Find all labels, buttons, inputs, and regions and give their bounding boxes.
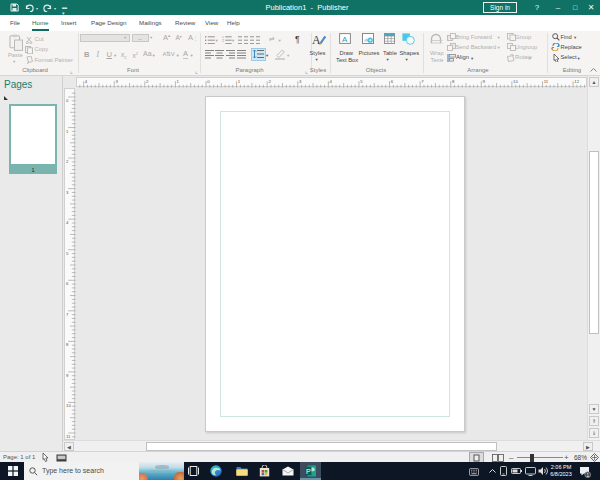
- svg-text:P: P: [306, 468, 311, 475]
- svg-text:3: 3: [115, 79, 118, 84]
- svg-text:5: 5: [66, 251, 69, 256]
- svg-text:12: 12: [574, 79, 579, 84]
- svg-text:3: 3: [66, 190, 69, 195]
- svg-text:1: 1: [66, 129, 69, 134]
- svg-text:11: 11: [66, 434, 71, 439]
- svg-text:5: 5: [360, 79, 363, 84]
- svg-text:4: 4: [85, 79, 88, 84]
- svg-text:3: 3: [299, 79, 302, 84]
- svg-text:1: 1: [238, 79, 241, 84]
- svg-text:0: 0: [207, 79, 210, 84]
- svg-text:2: 2: [146, 79, 149, 84]
- svg-text:8: 8: [452, 79, 455, 84]
- svg-text:8: 8: [66, 342, 69, 347]
- svg-text:2: 2: [268, 79, 271, 84]
- svg-text:A: A: [342, 35, 348, 44]
- svg-text:4: 4: [66, 220, 69, 225]
- svg-text:11: 11: [544, 79, 549, 84]
- svg-text:6: 6: [391, 79, 394, 84]
- svg-text:9: 9: [482, 79, 485, 84]
- svg-text:10: 10: [513, 79, 518, 84]
- svg-text:10: 10: [66, 403, 71, 408]
- svg-text:9: 9: [66, 373, 69, 378]
- svg-text:7: 7: [421, 79, 424, 84]
- svg-text:7: 7: [66, 312, 69, 317]
- svg-text:1: 1: [177, 79, 180, 84]
- svg-text:0: 0: [66, 98, 69, 103]
- svg-text:2: 2: [66, 159, 69, 164]
- svg-text:2: 2: [222, 38, 224, 42]
- svg-text:6: 6: [66, 281, 69, 286]
- svg-text:4: 4: [330, 79, 333, 84]
